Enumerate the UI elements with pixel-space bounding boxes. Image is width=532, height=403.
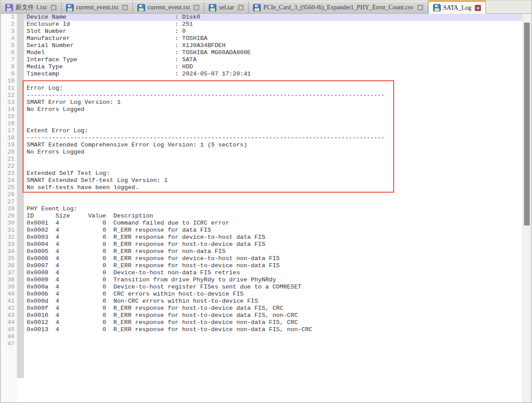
code-line: 17Extent Error Log:	[1, 127, 385, 134]
tab-sel-tar[interactable]: sel.tar×	[204, 1, 249, 13]
code-line: 24SMART Extended Self-test Log Version: …	[1, 177, 385, 184]
code-text: No Errors Logged	[27, 106, 85, 113]
line-number: 26	[1, 191, 17, 198]
code-line: 1Device Name : Disk0	[1, 14, 385, 21]
code-line: 330x0004 4 0 R_ERR response for host-to-…	[1, 241, 385, 248]
code-line: 300x0001 4 0 Command failed due to ICRC …	[1, 220, 385, 227]
line-number: 12	[1, 92, 17, 99]
line-number: 27	[1, 198, 17, 205]
code-line: 5Serial Number : X1J0A34BFDEH	[1, 42, 385, 49]
close-tab-icon[interactable]: ×	[475, 5, 481, 11]
code-text: 0x0009 4 0 Transition from drive PhyRdy …	[27, 277, 276, 284]
code-text: Manufacturer : TOSHIBA	[27, 35, 207, 42]
code-line: 310x0002 4 0 R_ERR response for data FIS	[1, 227, 385, 234]
line-number: 9	[1, 71, 17, 78]
code-text: Timestamp : 2024-05-07 17:20:41	[27, 71, 251, 78]
code-line: 21	[1, 156, 385, 163]
floppy-blue-icon	[209, 4, 216, 12]
code-line: 430x0010 4 0 R_ERR response for host-to-…	[1, 312, 385, 319]
line-number: 45	[1, 326, 17, 333]
code-text: 0x0003 4 0 R_ERR response for device-to-…	[27, 234, 265, 241]
tab-1-txt[interactable]: 新文件 1.txt×	[1, 1, 62, 13]
line-number: 40	[1, 291, 17, 298]
line-number: 11	[1, 85, 17, 92]
line-number: 36	[1, 262, 17, 269]
line-number: 15	[1, 113, 17, 120]
close-tab-icon[interactable]: ×	[238, 4, 244, 11]
close-tab-icon[interactable]: ×	[122, 4, 128, 11]
code-text: 0x000a 4 0 Device-to-host register FISes…	[27, 284, 301, 291]
line-number: 47	[1, 340, 17, 348]
line-number: 14	[1, 106, 17, 113]
code-text: Extended Self Test Log:	[27, 170, 110, 177]
code-line: 3Slot Number : 0	[1, 28, 385, 35]
tab-sata-log[interactable]: SATA_Log×	[428, 0, 486, 14]
line-number: 18	[1, 134, 17, 142]
floppy-blue-icon	[253, 4, 261, 12]
code-line: 11Error Log:	[1, 85, 385, 92]
code-line: 320x0003 4 0 R_ERR response for device-t…	[1, 234, 385, 241]
code-line: 27	[1, 198, 385, 205]
code-line: 340x0005 4 0 R_ERR response for non-data…	[1, 248, 385, 255]
close-tab-icon[interactable]: ×	[417, 4, 423, 11]
line-number: 22	[1, 163, 17, 170]
code-line: 8Media Type : HDD	[1, 63, 385, 71]
code-text: Extent Error Log:	[27, 127, 88, 134]
tab-bar: 新文件 1.txt×current_event.txt×current_even…	[1, 0, 531, 14]
tab-label: PCIe_Card_3_(9560-8i)_Expander1_PHY_Erro…	[263, 4, 414, 11]
code-text: Serial Number : X1J0A34BFDEH	[27, 42, 226, 49]
code-line: 18--------------------------------------…	[1, 134, 385, 142]
line-number: 16	[1, 120, 17, 127]
scrollbar-thumb[interactable]	[524, 23, 530, 225]
floppy-purple-icon	[5, 4, 13, 12]
close-tab-icon[interactable]: ×	[51, 4, 57, 11]
code-line: 13SMART Error Log Version: 1	[1, 99, 385, 106]
code-text: 0x0006 4 0 R_ERR response for device-to-…	[27, 255, 280, 262]
code-line: 46	[1, 333, 385, 340]
text-editor-window: 新文件 1.txt×current_event.txt×current_even…	[0, 0, 532, 403]
line-number: 38	[1, 277, 17, 284]
code-line: 7Interface Type : SATA	[1, 56, 385, 63]
code-text: 0x0008 4 0 Device-to-host non-data FIS r…	[27, 269, 240, 277]
code-text: 0x0013 4 0 R_ERR response for host-to-de…	[27, 326, 312, 333]
code-text: 0x000b 4 0 CRC errors within host-to-dev…	[27, 291, 243, 298]
line-number: 8	[1, 63, 17, 71]
line-number: 29	[1, 213, 17, 220]
code-text: SMART Extended Comprehensive Error Log V…	[27, 142, 247, 149]
code-line: 360x0007 4 0 R_ERR response for host-to-…	[1, 262, 385, 269]
code-line: 16	[1, 120, 385, 127]
editor-area[interactable]: 1Device Name : Disk02Enclosure Id : 2513…	[1, 14, 531, 402]
tab-current-event-txt[interactable]: current_event.txt×	[62, 1, 133, 13]
code-line: 25No self-tests have been logged.	[1, 184, 385, 191]
line-number: 28	[1, 205, 17, 213]
code-line: 420x000f 4 0 R_ERR response for host-to-…	[1, 305, 385, 312]
close-tab-icon[interactable]: ×	[193, 4, 200, 11]
line-number: 41	[1, 298, 17, 305]
code-text: 0x0004 4 0 R_ERR response for host-to-de…	[27, 241, 265, 248]
code-text: 0x0001 4 0 Command failed due to ICRC er…	[27, 220, 229, 227]
line-number: 5	[1, 42, 17, 49]
line-number: 31	[1, 227, 17, 234]
code-text: Media Type : HDD	[27, 63, 193, 71]
code-line: 15	[1, 113, 385, 120]
tab-current-event-txt[interactable]: current_event.txt×	[133, 1, 204, 13]
code-line: 4Manufacturer : TOSHIBA	[1, 35, 385, 42]
vertical-scrollbar[interactable]	[522, 14, 531, 402]
code-line: 410x000d 4 0 Non-CRC errors within host-…	[1, 298, 385, 305]
line-number: 44	[1, 319, 17, 326]
code-line: 47	[1, 340, 385, 348]
code-text: Model : TOSHIBA MG08ADA800E	[27, 49, 251, 56]
code-text: Enclosure Id : 251	[27, 21, 193, 28]
code-text: 0x0002 4 0 R_ERR response for data FIS	[27, 227, 211, 234]
line-number: 25	[1, 184, 17, 191]
tab-pcie-card-3-9560-8i-expander1-phy-error-count-csv[interactable]: PCIe_Card_3_(9560-8i)_Expander1_PHY_Erro…	[249, 1, 428, 13]
code-text: Error Log:	[27, 85, 63, 92]
code-line: 350x0006 4 0 R_ERR response for device-t…	[1, 255, 385, 262]
code-line: 450x0013 4 0 R_ERR response for host-to-…	[1, 326, 385, 333]
code-line: 19SMART Extended Comprehensive Error Log…	[1, 142, 385, 149]
code-text: 0x0005 4 0 R_ERR response for non-data F…	[27, 248, 226, 255]
line-number: 2	[1, 21, 17, 28]
line-number: 42	[1, 305, 17, 312]
code-line: 29ID Size Value Description	[1, 213, 385, 220]
line-number: 1	[1, 14, 17, 21]
